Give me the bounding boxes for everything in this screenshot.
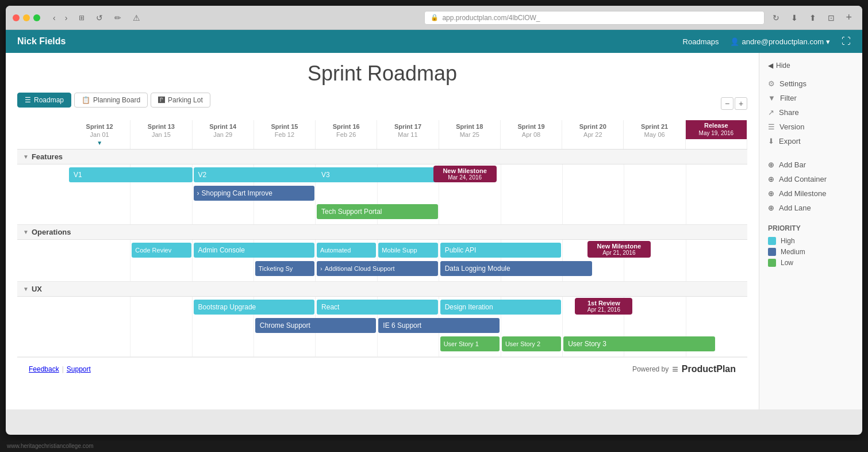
features-milestone-date: Mar 24, 2016 [438,174,492,181]
maximize-button[interactable] [33,14,40,21]
close-button[interactable] [13,14,20,21]
version-icon: ☰ [768,122,775,131]
sprint-17-label: Sprint 17 [382,122,433,131]
add-lane-item[interactable]: ⊕ Add Lane [768,201,854,215]
refresh-btn[interactable]: ↻ [769,10,783,25]
bar-chrome-support[interactable]: Chrome Support [255,318,377,333]
ux-title: UX [32,285,42,293]
filter-item[interactable]: ▼ Filter [768,91,854,105]
sprint-16: Sprint 16 Feb 26 [316,120,377,149]
zoom-in-button[interactable]: + [735,97,747,110]
main-content: Sprint Roadmap ☰ Roadmap 📋 Planning Boar… [6,53,862,409]
traffic-lights [13,14,40,21]
user-menu[interactable]: 👤 andre@productplan.com ▾ [730,37,830,46]
feedback-link[interactable]: Feedback [29,365,59,373]
footer: Feedback | Support Powered by ≡ ProductP… [17,357,747,381]
add-bar-item[interactable]: ⊕ Add Bar [768,158,854,172]
bar-admin-console[interactable]: Admin Console [194,243,315,258]
sprint-21-label: Sprint 21 [628,122,680,131]
back-button[interactable]: ‹ [49,12,59,24]
bar-ticketing-label: Ticketing Sy [259,265,293,272]
sprint-16-date: Feb 26 [320,131,372,139]
release-label: Release [689,121,743,129]
features-collapse[interactable]: ▼ [23,154,29,160]
tab-planning[interactable]: 📋 Planning Board [74,93,148,108]
sprint-17: Sprint 17 Mar 11 [377,120,439,149]
bar-user-story-1[interactable]: User Story 1 [440,336,500,351]
new-tab-button[interactable]: + [843,10,856,25]
priority-low: Low [768,259,854,267]
priority-title: Priority [768,224,854,232]
ux-lane: ▼ UX 1st Review Apr 21, 2016 [17,282,747,357]
minimize-button[interactable] [23,14,30,21]
features-milestone: New Milestone Mar 24, 2016 [433,166,497,182]
ux-body: 1st Review Apr 21, 2016 [17,297,747,357]
bar-mobile-supp[interactable]: Mobile Supp [378,243,437,258]
sprint-15-date: Feb 12 [259,131,310,139]
bar-shopping-cart[interactable]: › Shopping Cart Improve [194,186,315,201]
version-item[interactable]: ☰ Version [768,120,854,134]
sprint-21-date: May 06 [628,131,680,139]
share-item[interactable]: ↗ Share [768,105,854,120]
bar-public-api[interactable]: Public API [440,243,562,258]
priority-low-dot [768,259,776,267]
lock-icon: 🔒 [431,14,439,21]
bar-tech-support[interactable]: Tech Support Portal [317,204,438,219]
bar-user-story-3[interactable]: User Story 3 [563,336,715,351]
toolbar-actions: ↻ ⬇ ⬆ ⊡ + [769,10,856,25]
sprint-12-date: Jan 01 [74,131,125,139]
bar-react[interactable]: React [317,300,438,315]
sprint-12: Sprint 12 Jan 01 ▼ [69,120,130,149]
release-date: May 19, 2016 [689,129,743,137]
sprint-13: Sprint 13 Jan 15 [130,120,192,149]
tab-layout-button[interactable]: ⊞ [75,13,88,23]
bar-bootstrap-label: Bootstrap Upgrade [198,303,256,311]
features-lane: ▼ Features New Milestone Mar 24, 2016 [17,150,747,225]
sprint-18: Sprint 18 Mar 25 [439,120,501,149]
add-container-item[interactable]: ⊕ Add Container [768,172,854,186]
tab-parking[interactable]: 🅿 Parking Lot [151,93,210,108]
sprint-18-label: Sprint 18 [444,122,496,131]
add-milestone-item[interactable]: ⊕ Add Milestone [768,186,854,201]
operations-collapse[interactable]: ▼ [23,229,29,235]
support-link[interactable]: Support [67,365,91,373]
reload-button[interactable]: ↺ [93,12,106,24]
warning-button[interactable]: ⚠ [129,12,144,24]
bar-ie6-support[interactable]: IE 6 Support [378,318,500,333]
hide-button[interactable]: ◀ Hide [768,62,854,70]
user-icon: 👤 [730,37,739,46]
bar-ticketing[interactable]: Ticketing Sy [255,261,314,276]
bottom-bar: www.heritagechristiancollege.com [0,440,868,451]
share-browser-button[interactable]: ⬆ [806,10,820,25]
bar-automated[interactable]: Automated [317,243,376,258]
tab-roadmap[interactable]: ☰ Roadmap [17,93,71,108]
ux-collapse[interactable]: ▼ [23,286,29,292]
bar-v3[interactable]: V3 [317,167,438,182]
forward-button[interactable]: › [62,12,71,24]
more-button[interactable]: ⊡ [824,10,838,25]
fullscreen-button[interactable]: ⛶ [842,36,851,47]
bar-additional-cloud[interactable]: › Additional Cloud Support [317,261,438,276]
export-item[interactable]: ⬇ Export [768,134,854,148]
roadmap-area: Sprint Roadmap ☰ Roadmap 📋 Planning Boar… [6,53,759,409]
pencil-button[interactable]: ✏ [111,12,125,24]
brand-name: ProductPlan [682,364,736,374]
settings-item[interactable]: ⚙ Settings [768,76,854,91]
app-body: Nick Fields Roadmaps 👤 andre@productplan… [6,30,862,409]
download-button[interactable]: ⬇ [788,10,801,25]
roadmaps-link[interactable]: Roadmaps [683,37,719,46]
bar-code-review[interactable]: Code Reviev [132,243,191,258]
brand-icon: ≡ [672,363,678,376]
bar-bootstrap[interactable]: Bootstrap Upgrade [194,300,315,315]
export-label: Export [779,137,801,145]
address-bar[interactable]: 🔒 app.productplan.com/4lbClOW_ [424,11,764,25]
bar-v1[interactable]: V1 [69,167,193,182]
settings-label: Settings [779,79,806,88]
footer-brand: Powered by ≡ ProductPlan [632,363,736,376]
sprint-19-date: Apr 08 [505,131,557,139]
bar-user-story-2[interactable]: User Story 2 [502,336,561,351]
zoom-out-button[interactable]: − [721,97,733,110]
sprint-22: Release May 19, 2016 [686,120,747,149]
bar-data-logging[interactable]: Data Logging Module [440,261,592,276]
bar-design-iteration[interactable]: Design Iteration [440,300,562,315]
